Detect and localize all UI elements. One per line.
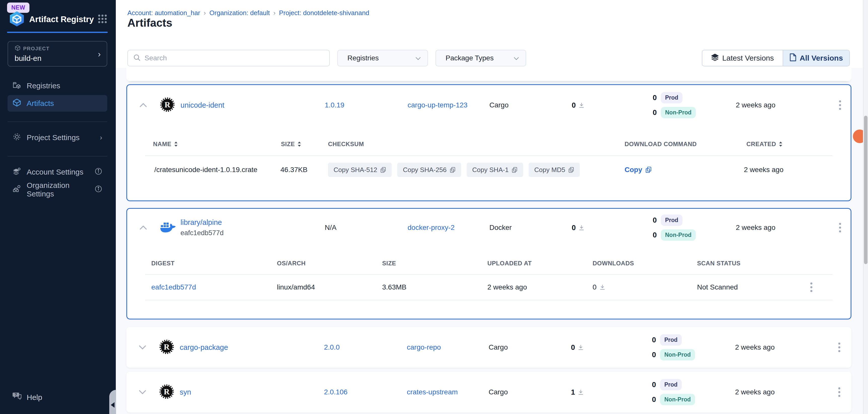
nonprod-count: 0 [643,351,656,359]
info-icon[interactable] [95,185,102,195]
breadcrumb-separator-icon: › [273,9,276,17]
apps-grid-icon[interactable] [98,14,107,25]
cargo-package-icon: R [160,97,175,113]
sidebar-item-label: Account Settings [27,168,83,176]
artifact-type: Cargo [489,101,508,109]
search-input[interactable] [145,54,329,62]
row-actions-menu[interactable] [837,341,842,354]
sidebar-item-registries[interactable]: Registries [7,77,107,94]
collapse-row-button[interactable] [137,226,149,230]
registries-filter-label: Registries [347,54,379,62]
breadcrumb-account-link[interactable]: Account: automation_har [127,9,200,17]
row-actions-menu[interactable] [838,99,843,111]
latest-versions-label: Latest Versions [722,54,774,62]
prod-count: 0 [643,94,657,102]
copy-icon [568,167,574,173]
expand-row-button[interactable] [136,390,149,394]
docker-package-icon [160,220,176,235]
sidebar-item-account-settings[interactable]: Account Settings [7,164,107,180]
sidebar-item-artifacts[interactable]: Artifacts [7,95,107,112]
sort-icon[interactable] [297,141,301,147]
copy-icon [450,167,456,173]
chevron-right-icon: › [100,134,102,142]
project-cube-icon [14,45,21,52]
digest-link[interactable]: eafc1edb577d [151,283,196,291]
artifact-downloads: 0 [572,101,585,109]
col-os-arch: OS/ARCH [277,260,306,267]
latest-versions-button[interactable]: Latest Versions [702,50,783,66]
all-versions-button[interactable]: All Versions [783,50,849,66]
sidebar-collapse-handle[interactable] [109,390,116,414]
copy-md5-button[interactable]: Copy MD5 [529,163,580,177]
digest-actions-menu[interactable] [809,281,814,294]
prod-badge: Prod [660,379,682,390]
main-content: Account: automation_har › Organization: … [116,0,868,414]
sidebar-item-organization-settings[interactable]: Organization Settings [7,181,107,198]
prod-count: 0 [643,216,657,225]
help-button[interactable]: ? Help [12,391,42,403]
sort-icon[interactable] [174,141,178,147]
collapse-arrow-icon [111,402,115,408]
artifact-repository-link[interactable]: crates-upstream [407,388,458,396]
info-icon[interactable] [95,168,102,177]
expand-row-button[interactable] [136,345,149,350]
registries-icon [12,81,21,91]
nonprod-count: 0 [643,395,656,404]
artifact-version-link[interactable]: 1.0.19 [325,101,344,109]
artifact-downloads: 0 [571,343,584,352]
partially-visible-row [126,68,851,81]
copy-download-command-button[interactable]: Copy [625,166,652,174]
artifact-version-link[interactable]: 2.0.106 [324,388,347,396]
artifacts-icon [12,98,21,109]
row-actions-menu[interactable] [837,386,842,399]
artifact-repository-link[interactable]: cargo-up-temp-123 [408,101,467,109]
file-name: /cratesunicode-ident-1.0.19.crate [154,166,257,174]
artifact-type: Docker [489,223,512,232]
file-size: 46.37KB [280,166,307,174]
artifact-row[interactable]: R cargo-package 2.0.0 cargo-repo Cargo 0… [126,327,851,368]
package-types-filter-dropdown[interactable]: Package Types [435,50,526,66]
nonprod-badge: Non-Prod [661,230,696,241]
nonprod-badge: Non-Prod [660,394,695,405]
sidebar: NEW Artifact Registry [0,0,116,414]
account-settings-icon [12,167,21,177]
nonprod-count: 0 [643,231,657,239]
artifact-registry-logo-icon [8,10,25,28]
col-digest: DIGEST [151,260,175,267]
artifact-name-link[interactable]: syn [180,388,191,396]
cargo-package-icon: R [159,339,174,355]
scrollbar-track[interactable] [863,0,868,414]
sort-icon[interactable] [779,141,783,147]
digest-downloads: 0 [593,283,606,291]
layers-icon [711,54,719,63]
artifact-row[interactable]: R syn 2.0.106 crates-upstream Cargo 1 0 … [126,372,851,413]
artifact-row[interactable]: R unicode-ident 1.0.19 cargo-up-temp-123… [127,85,850,125]
col-download-command: DOWNLOAD COMMAND [625,141,697,148]
col-size: SIZE [281,141,295,148]
copy-sha1-button[interactable]: Copy SHA-1 [467,163,523,177]
collapse-row-button[interactable] [137,103,149,107]
breadcrumb-separator-icon: › [204,9,206,17]
artifact-name-link[interactable]: unicode-ident [181,101,224,109]
breadcrumb-project-link[interactable]: Project: donotdelete-shivanand [279,9,369,17]
copy-sha512-button[interactable]: Copy SHA-512 [328,163,392,177]
artifact-name-link[interactable]: cargo-package [180,343,228,351]
artifact-repository-link[interactable]: cargo-repo [407,343,441,351]
artifact-version-link[interactable]: 2.0.0 [324,343,340,351]
scrollbar-thumb[interactable] [864,116,868,264]
row-actions-menu[interactable] [838,221,843,234]
copy-sha256-button[interactable]: Copy SHA-256 [397,163,461,177]
sidebar-item-project-settings[interactable]: Project Settings › [7,129,107,146]
artifact-repository-link[interactable]: docker-proxy-2 [408,223,455,231]
registries-filter-dropdown[interactable]: Registries [337,50,428,66]
copy-icon [645,167,652,173]
breadcrumb-organization-link[interactable]: Organization: default [210,9,270,17]
artifact-name-link[interactable]: library/alpine [181,218,222,227]
cargo-package-icon: R [159,384,174,400]
all-versions-label: All Versions [800,54,843,62]
artifact-row[interactable]: library/alpine eafc1edb577d N/A docker-p… [127,209,850,246]
artifact-updated: 2 weeks ago [736,101,775,109]
project-selector[interactable]: PROJECT build-en › [7,41,107,67]
nonprod-badge: Non-Prod [660,349,695,360]
file-row: /cratesunicode-ident-1.0.19.crate 46.37K… [145,156,833,184]
